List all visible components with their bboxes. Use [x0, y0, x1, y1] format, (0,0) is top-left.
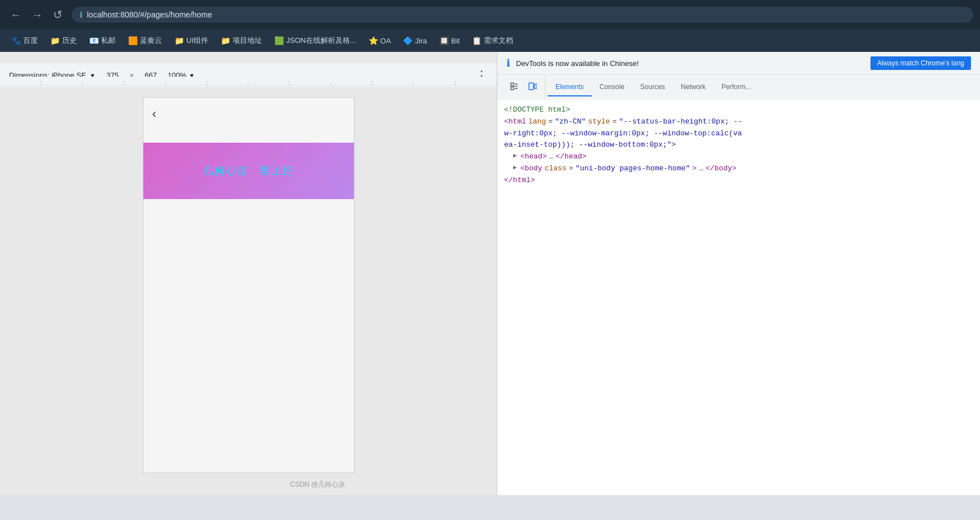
notification-text: DevTools is now available in Chinese!	[516, 59, 865, 68]
tab-performance[interactable]: Perform...	[714, 78, 759, 96]
svg-rect-0	[511, 83, 514, 86]
bookmark-history[interactable]: 📁 历史	[45, 33, 82, 48]
phone-banner: 几何心凉，早上好	[143, 143, 354, 199]
doctype-text: <!DOCTYPE html>	[504, 104, 570, 116]
notification-icon: ℹ	[506, 57, 510, 69]
bookmark-json-parser[interactable]: 🟩 JSON在线解析及格...	[269, 33, 362, 48]
main-area: Dimensions: iPhone SE ▼ × 100% ▼ ⋮	[0, 52, 980, 495]
code-line-html-close: </html>	[504, 175, 973, 187]
code-line-html-style-3: ea-inset-top))); --window-bottom:0px;">	[504, 139, 973, 151]
bookmark-history-label: 历史	[62, 36, 77, 46]
bookmark-private-mail[interactable]: 📧 私邮	[84, 33, 121, 48]
bookmark-private-mail-label: 私邮	[101, 36, 116, 46]
svg-rect-6	[535, 84, 537, 89]
browser-chrome: ← → ↺ ℹ localhost:8080/#/pages/home/home…	[0, 0, 980, 52]
reload-button[interactable]: ↺	[50, 6, 66, 24]
baidu-icon: 🐾	[11, 36, 21, 45]
devtools-tab-icons	[502, 75, 545, 100]
svg-rect-5	[529, 83, 533, 90]
bookmark-oa-label: OA	[380, 37, 391, 45]
bookmark-json-parser-label: JSON在线解析及格...	[286, 36, 356, 46]
bookmark-bit-label: Bit	[451, 37, 460, 45]
inspector-icon[interactable]	[506, 80, 522, 95]
bookmark-requirements[interactable]: 📋 需求文档	[466, 33, 519, 48]
ui-components-icon: 📁	[174, 36, 184, 45]
tab-network[interactable]: Network	[673, 78, 714, 96]
bookmark-baidu[interactable]: 🐾 百度	[6, 33, 43, 48]
project-url-icon: 📁	[221, 36, 230, 45]
history-icon: 📁	[50, 36, 60, 45]
devtools-content: <!DOCTYPE html> <html lang="zh-CN" style…	[497, 100, 980, 495]
phone-emulator-section: Dimensions: iPhone SE ▼ × 100% ▼ ⋮	[0, 52, 497, 495]
security-icon: ℹ	[80, 10, 82, 19]
lanyun-icon: 🟧	[128, 36, 138, 45]
bookmark-oa[interactable]: ⭐ OA	[363, 34, 397, 47]
forward-button[interactable]: →	[28, 6, 46, 24]
bookmark-ui-components[interactable]: 📁 UI组件	[169, 33, 214, 48]
phone-banner-text: 几何心凉，早上好	[203, 164, 294, 178]
oa-icon: ⭐	[369, 36, 378, 45]
private-mail-icon: 📧	[89, 36, 99, 45]
bit-icon: 🔲	[439, 36, 449, 45]
bookmark-ui-components-label: UI组件	[186, 36, 208, 46]
code-line-head[interactable]: ▶ <head>…</head>	[513, 151, 973, 163]
phone-screen: ‹ 几何心凉，早上好	[143, 97, 355, 473]
phone-screen-wrapper: ‹ 几何心凉，早上好 CSDN @几何心凉	[143, 97, 355, 495]
tab-console[interactable]: Console	[592, 78, 632, 96]
device-toolbar-icon[interactable]	[524, 80, 540, 95]
requirements-icon: 📋	[472, 36, 482, 45]
url-text: localhost:8080/#/pages/home/home	[87, 10, 212, 19]
language-match-button[interactable]: Always match Chrome's lang	[870, 56, 971, 70]
svg-rect-1	[511, 87, 514, 90]
bookmark-jira-label: Jira	[415, 37, 427, 45]
bookmark-lanyun-label: 蓝奏云	[140, 36, 162, 46]
code-line-doctype: <!DOCTYPE html>	[504, 104, 973, 116]
devtools-panel: ℹ DevTools is now available in Chinese! …	[497, 52, 980, 495]
bookmark-project-url[interactable]: 📁 项目地址	[215, 33, 268, 48]
back-button[interactable]: ←	[7, 6, 25, 24]
watermark: CSDN @几何心凉	[290, 480, 345, 490]
bookmark-baidu-label: 百度	[23, 36, 38, 46]
bookmark-jira[interactable]: 🔷 Jira	[397, 34, 432, 47]
json-parser-icon: 🟩	[274, 36, 284, 45]
address-bar[interactable]: ℹ localhost:8080/#/pages/home/home	[72, 7, 973, 23]
bookmark-requirements-label: 需求文档	[484, 36, 513, 46]
code-line-body[interactable]: ▶ <body class="uni-body pages-home-home"…	[513, 163, 973, 175]
phone-back-button[interactable]: ‹	[152, 107, 156, 121]
bookmark-bit[interactable]: 🔲 Bit	[434, 34, 465, 47]
body-expand-icon: ▶	[513, 163, 517, 173]
top-bar: ← → ↺ ℹ localhost:8080/#/pages/home/home	[0, 0, 980, 29]
ruler	[0, 77, 497, 86]
bookmark-project-url-label: 项目地址	[233, 36, 262, 46]
tab-elements[interactable]: Elements	[548, 78, 592, 96]
tab-sources[interactable]: Sources	[632, 78, 673, 96]
bookmark-lanyun[interactable]: 🟧 蓝奏云	[123, 33, 168, 48]
bookmarks-bar: 🐾 百度 📁 历史 📧 私邮 🟧 蓝奏云 📁 UI组件 📁 项目地址 🟩 JSO…	[0, 29, 980, 52]
devtools-tabs: Elements Console Sources Network Perform…	[497, 75, 980, 100]
head-expand-icon: ▶	[513, 151, 517, 161]
html-tag-open: <html	[504, 116, 526, 128]
jira-icon: 🔷	[403, 36, 413, 45]
devtools-notification: ℹ DevTools is now available in Chinese! …	[497, 52, 980, 75]
code-line-html-style-2: w-right:0px; --window-margin:0px; --wind…	[504, 128, 973, 140]
code-line-html-open: <html lang="zh-CN" style="--status-bar-h…	[504, 116, 973, 128]
nav-buttons: ← → ↺	[7, 6, 66, 24]
